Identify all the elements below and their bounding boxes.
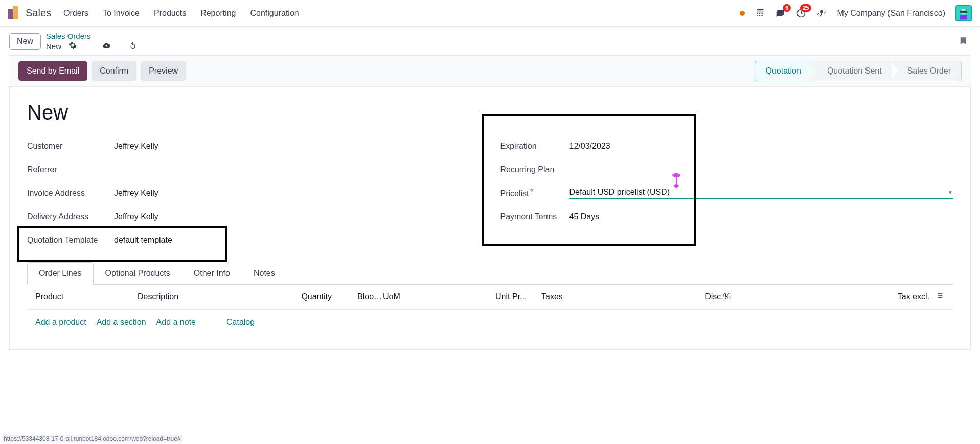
invoice-address-field[interactable]: Jeffrey Kelly bbox=[114, 189, 480, 198]
status-dot-icon[interactable] bbox=[740, 11, 745, 16]
svg-point-7 bbox=[939, 297, 941, 299]
send-by-email-button[interactable]: Send by Email bbox=[18, 61, 87, 81]
voip-icon[interactable] bbox=[755, 8, 765, 18]
cloud-upload-icon[interactable] bbox=[102, 41, 110, 51]
svg-point-6 bbox=[941, 295, 942, 297]
quotation-template-field[interactable]: default template bbox=[114, 236, 480, 245]
discard-icon[interactable] bbox=[129, 41, 137, 51]
preview-button[interactable]: Preview bbox=[141, 61, 186, 81]
app-title: Sales bbox=[26, 7, 51, 19]
col-tax-excl[interactable]: Tax excl. bbox=[878, 292, 929, 301]
col-description[interactable]: Description bbox=[138, 292, 265, 301]
chevron-down-icon: ▼ bbox=[948, 190, 953, 195]
brand-logo-icon bbox=[8, 7, 20, 19]
customer-field[interactable]: Jeffrey Kelly bbox=[114, 142, 480, 151]
tab-other-info[interactable]: Other Info bbox=[182, 262, 242, 284]
user-avatar[interactable] bbox=[955, 5, 972, 21]
referrer-label: Referrer bbox=[27, 165, 114, 174]
col-unit-price[interactable]: Unit Pr... bbox=[495, 292, 541, 301]
order-lines-header: Product Description Quantity Blood A... … bbox=[27, 285, 953, 310]
order-lines-actions: Add a product Add a section Add a note C… bbox=[27, 310, 953, 335]
new-record-button[interactable]: New bbox=[9, 33, 41, 50]
delivery-address-field[interactable]: Jeffrey Kelly bbox=[114, 212, 480, 221]
expiration-label: Expiration bbox=[500, 142, 569, 151]
form-left-column: Customer Jeffrey Kelly Referrer Invoice … bbox=[27, 134, 480, 252]
recurring-plan-label: Recurring Plan bbox=[500, 165, 569, 174]
customer-label: Customer bbox=[27, 142, 114, 151]
delivery-address-label: Delivery Address bbox=[27, 212, 114, 221]
record-title: New bbox=[27, 101, 953, 124]
svg-point-5 bbox=[938, 293, 940, 295]
add-product-link[interactable]: Add a product bbox=[35, 318, 86, 327]
messages-icon[interactable]: 6 bbox=[776, 8, 786, 18]
pricelist-help-icon[interactable]: ? bbox=[530, 188, 533, 194]
svg-rect-4 bbox=[960, 15, 967, 19]
gear-icon[interactable] bbox=[69, 41, 77, 51]
menu-to-invoice[interactable]: To Invoice bbox=[103, 9, 140, 18]
svg-rect-3 bbox=[960, 10, 967, 12]
status-quotation[interactable]: Quotation bbox=[755, 61, 811, 81]
form-sheet: New Customer Jeffrey Kelly Referrer Invo… bbox=[9, 87, 971, 350]
menu-orders[interactable]: Orders bbox=[63, 9, 88, 18]
company-selector[interactable]: My Company (San Francisco) bbox=[837, 9, 945, 18]
tab-order-lines[interactable]: Order Lines bbox=[27, 262, 94, 285]
breadcrumb-current: New bbox=[46, 42, 61, 51]
confirm-button[interactable]: Confirm bbox=[92, 61, 136, 81]
invoice-address-label: Invoice Address bbox=[27, 189, 114, 198]
col-quantity[interactable]: Quantity bbox=[265, 292, 332, 301]
add-note-link[interactable]: Add a note bbox=[156, 318, 196, 327]
col-product[interactable]: Product bbox=[35, 292, 138, 301]
action-bar: Send by Email Confirm Preview Quotation … bbox=[9, 55, 971, 87]
payment-terms-field[interactable]: 45 Days bbox=[569, 212, 953, 221]
col-disc[interactable]: Disc.% bbox=[664, 292, 731, 301]
payment-terms-label: Payment Terms bbox=[500, 212, 569, 221]
pricelist-label: Pricelist? bbox=[500, 188, 569, 198]
top-navbar: Sales Orders To Invoice Products Reporti… bbox=[0, 0, 980, 27]
form-right-column: Expiration 12/03/2023 Recurring Plan Pri… bbox=[500, 134, 953, 252]
messages-badge: 6 bbox=[783, 4, 791, 12]
status-sales-order[interactable]: Sales Order bbox=[892, 61, 962, 81]
tab-optional-products[interactable]: Optional Products bbox=[94, 262, 182, 284]
menu-reporting[interactable]: Reporting bbox=[200, 9, 236, 18]
breadcrumb-row: New Sales Orders New bbox=[0, 27, 980, 55]
activities-icon[interactable]: 25 bbox=[796, 8, 806, 18]
breadcrumb-parent[interactable]: Sales Orders bbox=[46, 32, 137, 40]
tab-notes[interactable]: Notes bbox=[242, 262, 287, 284]
quotation-template-label: Quotation Template bbox=[27, 236, 114, 245]
pricelist-field[interactable]: Default USD pricelist (USD) ▼ bbox=[569, 188, 953, 199]
status-quotation-sent[interactable]: Quotation Sent bbox=[812, 61, 892, 81]
col-taxes[interactable]: Taxes bbox=[541, 292, 664, 301]
activities-badge: 25 bbox=[800, 4, 811, 12]
catalog-link[interactable]: Catalog bbox=[226, 318, 255, 327]
brand[interactable]: Sales bbox=[8, 7, 51, 19]
add-section-link[interactable]: Add a section bbox=[97, 318, 146, 327]
status-bar: Quotation Quotation Sent Sales Order bbox=[755, 61, 962, 81]
bookmark-icon[interactable] bbox=[959, 35, 968, 48]
topnav-right: 6 25 My Company (San Francisco) bbox=[740, 5, 972, 21]
expiration-field[interactable]: 12/03/2023 bbox=[569, 142, 953, 151]
main-menu: Orders To Invoice Products Reporting Con… bbox=[63, 9, 299, 18]
col-uom[interactable]: UoM bbox=[383, 292, 495, 301]
col-blood[interactable]: Blood A... bbox=[332, 292, 383, 301]
column-settings-icon[interactable] bbox=[929, 292, 945, 302]
menu-configuration[interactable]: Configuration bbox=[250, 9, 299, 18]
debug-icon[interactable] bbox=[816, 8, 827, 18]
form-tabs: Order Lines Optional Products Other Info… bbox=[27, 262, 953, 285]
menu-products[interactable]: Products bbox=[154, 9, 186, 18]
